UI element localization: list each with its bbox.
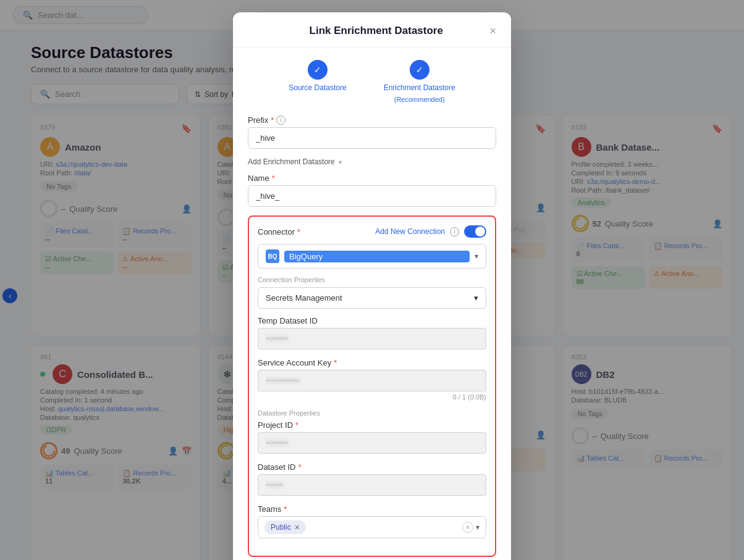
chevron-down-icon: ▾ — [474, 293, 478, 303]
modal-header: Link Enrichment Datastore × — [233, 12, 511, 48]
step-source-circle: ✓ — [308, 60, 328, 80]
connector-header: Connector * Add New Connection i — [258, 225, 486, 238]
add-connection-row: Add New Connection i — [375, 225, 486, 238]
prefix-group: Prefix * i — [248, 115, 496, 149]
modal-title: Link Enrichment Datastore — [310, 25, 443, 37]
step-enrichment-label: Enrichment Datastore — [384, 83, 455, 92]
temp-dataset-label: Temp Dataset ID — [258, 316, 486, 325]
add-new-connection-label: Add New Connection — [375, 227, 445, 236]
teams-input[interactable]: Public × × ▾ — [258, 516, 486, 538]
connector-section: Connector * Add New Connection i BQ BigQ… — [248, 215, 496, 557]
prefix-input[interactable] — [248, 127, 496, 149]
required-indicator: * — [271, 115, 274, 125]
link-enrichment-modal: Link Enrichment Datastore × ✓ Source Dat… — [233, 12, 511, 560]
required-indicator: * — [334, 358, 337, 367]
step-enrichment-circle: ✓ — [410, 60, 429, 80]
step-source-label: Source Datastore — [289, 83, 346, 92]
teams-label: Teams * — [258, 504, 486, 514]
prefix-label: Prefix * i — [248, 115, 496, 125]
service-account-input[interactable] — [258, 370, 486, 391]
connector-select[interactable]: BQ BigQuery ▾ — [258, 244, 486, 269]
add-enrichment-toggle[interactable]: Add Enrichment Datastore ▾ — [248, 157, 496, 166]
clear-teams-icon[interactable]: × — [462, 522, 473, 533]
project-id-label: Project ID * — [258, 420, 486, 430]
temp-dataset-input[interactable] — [258, 328, 486, 349]
name-label: Name * — [248, 173, 496, 183]
modal-close-button[interactable]: × — [489, 25, 496, 36]
required-indicator: * — [298, 462, 301, 472]
prefix-info-icon[interactable]: i — [276, 115, 285, 125]
required-indicator: * — [297, 227, 300, 236]
team-public-tag: Public × — [264, 520, 306, 534]
add-connection-info-icon[interactable]: i — [450, 227, 459, 236]
step-enrichment: ✓ Enrichment Datastore (Recommended) — [384, 60, 455, 103]
chevron-down-icon: ▾ — [339, 159, 342, 165]
name-input[interactable] — [248, 185, 496, 207]
checkmark-icon: ✓ — [416, 65, 423, 75]
chevron-down-icon[interactable]: ▾ — [476, 523, 480, 532]
modal-steps: ✓ Source Datastore ✓ Enrichment Datastor… — [233, 48, 511, 115]
secrets-management-select[interactable]: Secrets Management ▾ — [258, 287, 486, 309]
service-account-label: Service Account Key * — [258, 358, 486, 367]
teams-group: Teams * Public × × ▾ — [258, 504, 486, 538]
step-enrichment-sublabel: (Recommended) — [394, 96, 445, 103]
required-indicator: * — [272, 173, 275, 183]
chevron-down-icon: ▾ — [475, 252, 478, 261]
connector-label: Connector * — [258, 227, 300, 236]
connector-selected-text: BigQuery — [284, 251, 470, 262]
temp-dataset-group: Temp Dataset ID — [258, 316, 486, 349]
datastore-props-label: Datastore Properties — [258, 409, 486, 417]
add-enrichment-label: Add Enrichment Datastore — [248, 157, 335, 166]
char-count: 0 / 1 (0.0B) — [258, 393, 486, 401]
required-indicator: * — [295, 420, 298, 430]
project-id-group: Project ID * — [258, 420, 486, 454]
conn-props-label: Connection Properties — [258, 276, 486, 283]
dataset-id-label: Dataset ID * — [258, 462, 486, 472]
teams-dropdown[interactable]: × ▾ — [462, 522, 480, 533]
service-account-group: Service Account Key * 0 / 1 (0.0B) — [258, 358, 486, 401]
name-group: Name * — [248, 173, 496, 207]
required-indicator: * — [284, 504, 287, 514]
bigquery-icon: BQ — [266, 249, 279, 263]
project-id-input[interactable] — [258, 432, 486, 454]
checkmark-icon: ✓ — [314, 65, 321, 75]
dataset-id-group: Dataset ID * — [258, 462, 486, 496]
modal-body: Prefix * i Add Enrichment Datastore ▾ Na… — [233, 115, 511, 560]
remove-team-icon[interactable]: × — [295, 522, 300, 532]
add-connection-toggle[interactable] — [464, 225, 486, 238]
dataset-id-input[interactable] — [258, 474, 486, 496]
step-source: ✓ Source Datastore — [289, 60, 346, 103]
